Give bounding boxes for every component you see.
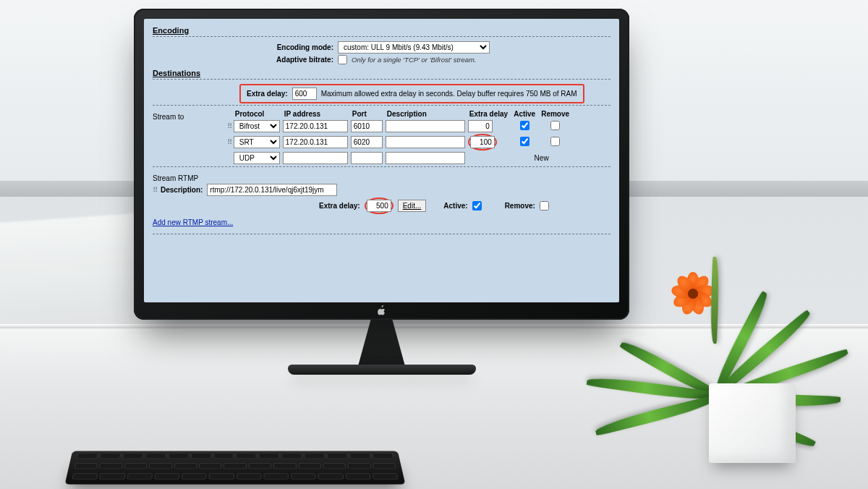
extra-delay-hint: Maximum allowed extra delay in seconds. …	[321, 90, 577, 98]
col-protocol: Protocol	[234, 110, 283, 119]
divider	[153, 166, 610, 167]
table-row: ⠿ Bifrost	[227, 119, 574, 133]
monitor-stand-neck	[339, 318, 425, 369]
active-checkbox[interactable]	[520, 121, 529, 130]
stream-table-header: Protocol IP address Port Description Ext…	[227, 110, 574, 119]
description-input[interactable]	[386, 152, 465, 164]
encoding-mode-label: Encoding mode:	[232, 43, 333, 51]
col-extra-delay: Extra delay	[468, 110, 512, 119]
ip-input[interactable]	[283, 152, 348, 164]
new-row-label: New	[512, 151, 574, 165]
divider	[153, 36, 610, 37]
drag-handle-icon[interactable]: ⠿	[227, 138, 231, 146]
col-remove: Remove	[540, 110, 574, 119]
drag-handle-icon[interactable]: ⠿	[227, 122, 231, 130]
description-input[interactable]	[386, 120, 465, 132]
drag-handle-icon[interactable]: ⠿	[153, 186, 156, 194]
extra-delay-input[interactable]	[292, 88, 317, 100]
port-input[interactable]	[351, 136, 383, 148]
description-input[interactable]	[386, 136, 465, 148]
extra-delay-highlight: Extra delay: Maximum allowed extra delay…	[239, 84, 584, 103]
monitor: Encoding Encoding mode: custom: ULL 9 Mb…	[134, 9, 629, 385]
divider	[153, 105, 610, 106]
port-input[interactable]	[351, 120, 383, 132]
stream-to-label: Stream to	[153, 110, 225, 121]
monitor-stand-foot	[288, 365, 476, 375]
protocol-select[interactable]: UDP	[234, 152, 280, 164]
encoding-mode-select[interactable]: custom: ULL 9 Mbit/s (9.43 Mbit/s)	[338, 41, 490, 54]
adaptive-bitrate-checkbox[interactable]	[338, 55, 347, 64]
col-active: Active	[512, 110, 540, 119]
extra-delay-label: Extra delay:	[247, 90, 288, 98]
rtmp-extra-delay-highlight-circle	[365, 197, 393, 214]
flower	[671, 272, 715, 315]
ip-input[interactable]	[283, 136, 348, 148]
plant-pot	[709, 383, 796, 463]
app-screen: Encoding Encoding mode: custom: ULL 9 Mb…	[144, 19, 619, 302]
encoding-section-title: Encoding	[153, 26, 610, 35]
apple-logo-icon	[377, 305, 387, 315]
remove-checkbox[interactable]	[550, 121, 560, 130]
port-input[interactable]	[351, 152, 383, 164]
adaptive-bitrate-label: Adaptive bitrate:	[232, 56, 333, 64]
rtmp-active-label: Active:	[443, 202, 467, 210]
rtmp-description-label: Description:	[161, 186, 203, 194]
col-ip: IP address	[283, 110, 351, 119]
divider	[153, 234, 610, 234]
row-extra-delay-input[interactable]	[470, 136, 495, 148]
stream-rtmp-label: Stream RTMP	[153, 171, 225, 182]
rtmp-remove-checkbox[interactable]	[540, 201, 549, 211]
rtmp-extra-delay-label: Extra delay:	[319, 202, 360, 210]
table-row: ⠿ SRT	[227, 133, 574, 151]
col-port: Port	[351, 110, 386, 119]
stream-table: Protocol IP address Port Description Ext…	[227, 110, 574, 165]
adaptive-bitrate-hint: Only for a single 'TCP' or 'Bifrost' str…	[352, 56, 477, 64]
scene-background: Encoding Encoding mode: custom: ULL 9 Mb…	[0, 0, 868, 489]
rtmp-remove-label: Remove:	[505, 202, 535, 210]
divider	[153, 79, 610, 80]
row-extra-delay-input[interactable]	[468, 120, 493, 132]
remove-checkbox[interactable]	[550, 137, 560, 146]
protocol-select[interactable]: SRT	[234, 136, 280, 148]
ip-input[interactable]	[283, 120, 348, 132]
keyboard	[65, 451, 406, 484]
rtmp-extra-delay-input[interactable]	[367, 200, 391, 212]
destinations-section-title: Destinations	[153, 69, 610, 77]
extra-delay-highlight-circle	[468, 134, 497, 150]
rtmp-description-input[interactable]	[207, 184, 337, 196]
protocol-select[interactable]: Bifrost	[234, 120, 280, 132]
monitor-bezel: Encoding Encoding mode: custom: ULL 9 Mb…	[134, 9, 629, 320]
table-row: UDP New	[227, 151, 574, 165]
active-checkbox[interactable]	[520, 137, 529, 146]
rtmp-active-checkbox[interactable]	[472, 201, 482, 211]
side-desk	[0, 213, 150, 339]
add-rtmp-stream-link[interactable]: Add new RTMP stream...	[153, 218, 233, 226]
edit-button[interactable]: Edit...	[398, 200, 427, 212]
col-description: Description	[386, 110, 468, 119]
